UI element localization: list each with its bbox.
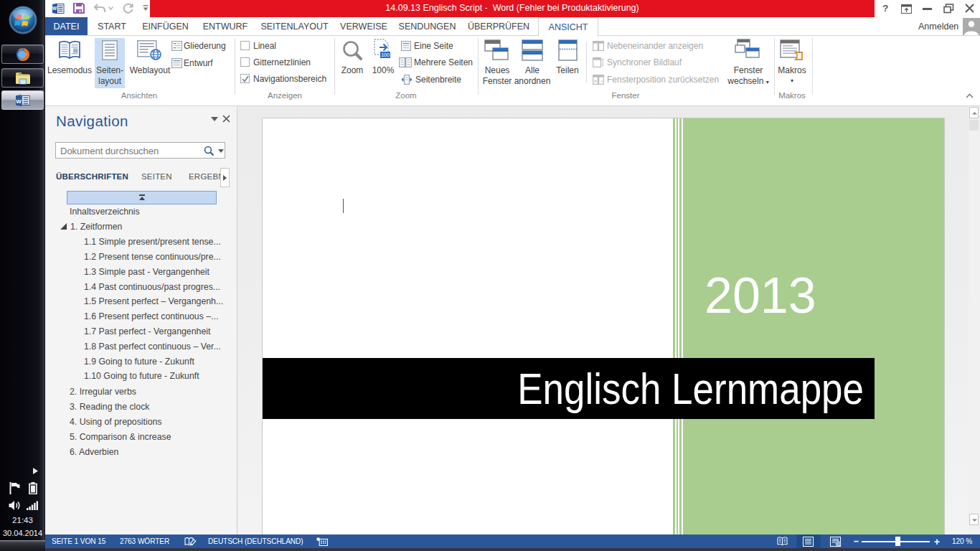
- svg-text:100: 100: [381, 52, 390, 57]
- svg-text:W: W: [16, 98, 22, 104]
- svg-text:W: W: [52, 6, 57, 11]
